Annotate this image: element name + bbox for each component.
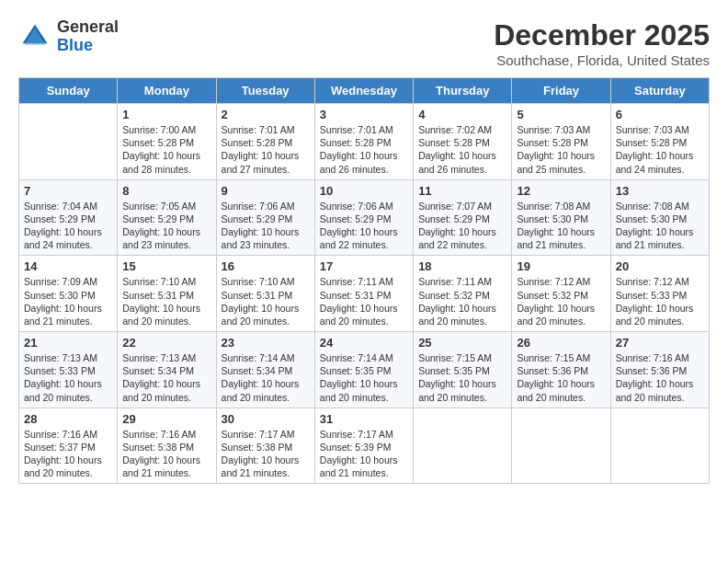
calendar-cell: 22Sunrise: 7:13 AMSunset: 5:34 PMDayligh…	[118, 332, 216, 408]
cell-info: Sunrise: 7:15 AMSunset: 5:35 PMDaylight:…	[418, 351, 506, 404]
day-header-saturday: Saturday	[610, 78, 709, 104]
date-number: 20	[616, 259, 704, 273]
cell-info: Sunrise: 7:07 AMSunset: 5:29 PMDaylight:…	[418, 200, 506, 252]
calendar-cell: 8Sunrise: 7:05 AMSunset: 5:29 PMDaylight…	[118, 179, 216, 256]
cell-info: Sunrise: 7:15 AMSunset: 5:36 PMDaylight:…	[517, 351, 605, 404]
date-number: 4	[418, 108, 506, 121]
calendar-table: SundayMondayTuesdayWednesdayThursdayFrid…	[18, 77, 710, 484]
calendar-cell: 4Sunrise: 7:02 AMSunset: 5:28 PMDaylight…	[414, 104, 512, 180]
date-number: 21	[24, 336, 112, 350]
logo-icon	[18, 20, 51, 53]
calendar-cell: 21Sunrise: 7:13 AMSunset: 5:33 PMDayligh…	[19, 332, 118, 408]
calendar-cell: 25Sunrise: 7:15 AMSunset: 5:35 PMDayligh…	[414, 332, 512, 408]
date-number: 13	[616, 184, 704, 198]
date-number: 5	[517, 108, 605, 121]
calendar-week-3: 14Sunrise: 7:09 AMSunset: 5:30 PMDayligh…	[19, 256, 710, 332]
calendar-cell: 27Sunrise: 7:16 AMSunset: 5:36 PMDayligh…	[610, 332, 709, 408]
cell-info: Sunrise: 7:08 AMSunset: 5:30 PMDaylight:…	[517, 200, 605, 252]
cell-info: Sunrise: 7:01 AMSunset: 5:28 PMDaylight:…	[320, 123, 408, 176]
date-number: 6	[616, 108, 704, 121]
cell-info: Sunrise: 7:06 AMSunset: 5:29 PMDaylight:…	[222, 200, 310, 252]
calendar-cell: 6Sunrise: 7:03 AMSunset: 5:28 PMDaylight…	[610, 104, 709, 180]
calendar-cell	[610, 408, 709, 484]
page-header: General Blue December 2025 Southchase, F…	[18, 18, 710, 68]
cell-info: Sunrise: 7:12 AMSunset: 5:33 PMDaylight:…	[616, 275, 704, 327]
calendar-cell	[512, 408, 610, 484]
month-title: December 2025	[494, 18, 710, 52]
date-number: 18	[418, 259, 506, 273]
calendar-cell: 11Sunrise: 7:07 AMSunset: 5:29 PMDayligh…	[414, 179, 512, 256]
date-number: 3	[320, 108, 408, 121]
date-number: 25	[418, 336, 506, 350]
calendar-cell: 30Sunrise: 7:17 AMSunset: 5:38 PMDayligh…	[216, 408, 314, 484]
date-number: 9	[222, 184, 310, 198]
calendar-cell: 5Sunrise: 7:03 AMSunset: 5:28 PMDaylight…	[512, 104, 610, 180]
calendar-cell: 19Sunrise: 7:12 AMSunset: 5:32 PMDayligh…	[512, 256, 610, 332]
calendar-cell: 24Sunrise: 7:14 AMSunset: 5:35 PMDayligh…	[314, 332, 413, 408]
date-number: 26	[517, 336, 605, 350]
calendar-week-1: 1Sunrise: 7:00 AMSunset: 5:28 PMDaylight…	[19, 104, 710, 180]
cell-info: Sunrise: 7:11 AMSunset: 5:32 PMDaylight:…	[418, 275, 506, 327]
calendar-cell: 9Sunrise: 7:06 AMSunset: 5:29 PMDaylight…	[216, 179, 314, 256]
date-number: 31	[320, 412, 408, 426]
cell-info: Sunrise: 7:06 AMSunset: 5:29 PMDaylight:…	[320, 200, 408, 252]
cell-info: Sunrise: 7:12 AMSunset: 5:32 PMDaylight:…	[517, 275, 605, 327]
date-number: 19	[517, 259, 605, 273]
date-number: 2	[222, 108, 310, 121]
calendar-cell	[414, 408, 512, 484]
day-header-friday: Friday	[512, 78, 610, 104]
cell-info: Sunrise: 7:03 AMSunset: 5:28 PMDaylight:…	[616, 123, 704, 176]
calendar-header-row: SundayMondayTuesdayWednesdayThursdayFrid…	[19, 78, 710, 104]
date-number: 15	[122, 259, 210, 273]
cell-info: Sunrise: 7:08 AMSunset: 5:30 PMDaylight:…	[616, 200, 704, 252]
date-number: 28	[24, 412, 112, 426]
calendar-cell: 16Sunrise: 7:10 AMSunset: 5:31 PMDayligh…	[216, 256, 314, 332]
title-block: December 2025 Southchase, Florida, Unite…	[494, 18, 710, 68]
date-number: 22	[122, 336, 210, 350]
cell-info: Sunrise: 7:14 AMSunset: 5:34 PMDaylight:…	[222, 351, 310, 404]
cell-info: Sunrise: 7:09 AMSunset: 5:30 PMDaylight:…	[24, 275, 112, 327]
day-header-thursday: Thursday	[414, 78, 512, 104]
date-number: 29	[122, 412, 210, 426]
date-number: 24	[320, 336, 408, 350]
day-header-monday: Monday	[118, 78, 216, 104]
cell-info: Sunrise: 7:10 AMSunset: 5:31 PMDaylight:…	[122, 275, 210, 327]
date-number: 14	[24, 259, 112, 273]
date-number: 1	[122, 108, 210, 121]
date-number: 30	[222, 412, 310, 426]
cell-info: Sunrise: 7:01 AMSunset: 5:28 PMDaylight:…	[222, 123, 310, 176]
day-header-tuesday: Tuesday	[216, 78, 314, 104]
calendar-cell: 13Sunrise: 7:08 AMSunset: 5:30 PMDayligh…	[610, 179, 709, 256]
cell-info: Sunrise: 7:16 AMSunset: 5:38 PMDaylight:…	[122, 428, 210, 480]
cell-info: Sunrise: 7:00 AMSunset: 5:28 PMDaylight:…	[122, 123, 210, 176]
cell-info: Sunrise: 7:17 AMSunset: 5:39 PMDaylight:…	[320, 428, 408, 480]
cell-info: Sunrise: 7:03 AMSunset: 5:28 PMDaylight:…	[517, 123, 605, 176]
calendar-week-2: 7Sunrise: 7:04 AMSunset: 5:29 PMDaylight…	[19, 179, 710, 256]
date-number: 8	[122, 184, 210, 198]
cell-info: Sunrise: 7:16 AMSunset: 5:36 PMDaylight:…	[616, 351, 704, 404]
date-number: 23	[222, 336, 310, 350]
calendar-cell: 17Sunrise: 7:11 AMSunset: 5:31 PMDayligh…	[314, 256, 413, 332]
calendar-week-4: 21Sunrise: 7:13 AMSunset: 5:33 PMDayligh…	[19, 332, 710, 408]
date-number: 16	[222, 259, 310, 273]
cell-info: Sunrise: 7:05 AMSunset: 5:29 PMDaylight:…	[122, 200, 210, 252]
calendar-cell: 18Sunrise: 7:11 AMSunset: 5:32 PMDayligh…	[414, 256, 512, 332]
cell-info: Sunrise: 7:11 AMSunset: 5:31 PMDaylight:…	[320, 275, 408, 327]
cell-info: Sunrise: 7:13 AMSunset: 5:34 PMDaylight:…	[122, 351, 210, 404]
date-number: 17	[320, 259, 408, 273]
calendar-cell: 2Sunrise: 7:01 AMSunset: 5:28 PMDaylight…	[216, 104, 314, 180]
date-number: 27	[616, 336, 704, 350]
date-number: 7	[24, 184, 112, 198]
calendar-cell: 3Sunrise: 7:01 AMSunset: 5:28 PMDaylight…	[314, 104, 413, 180]
calendar-cell: 31Sunrise: 7:17 AMSunset: 5:39 PMDayligh…	[314, 408, 413, 484]
calendar-cell: 14Sunrise: 7:09 AMSunset: 5:30 PMDayligh…	[19, 256, 118, 332]
calendar-cell: 28Sunrise: 7:16 AMSunset: 5:37 PMDayligh…	[19, 408, 118, 484]
calendar-week-5: 28Sunrise: 7:16 AMSunset: 5:37 PMDayligh…	[19, 408, 710, 484]
calendar-cell: 7Sunrise: 7:04 AMSunset: 5:29 PMDaylight…	[19, 179, 118, 256]
cell-info: Sunrise: 7:10 AMSunset: 5:31 PMDaylight:…	[222, 275, 310, 327]
day-header-sunday: Sunday	[19, 78, 118, 104]
cell-info: Sunrise: 7:02 AMSunset: 5:28 PMDaylight:…	[418, 123, 506, 176]
cell-info: Sunrise: 7:04 AMSunset: 5:29 PMDaylight:…	[24, 200, 112, 252]
calendar-cell: 15Sunrise: 7:10 AMSunset: 5:31 PMDayligh…	[118, 256, 216, 332]
calendar-cell: 10Sunrise: 7:06 AMSunset: 5:29 PMDayligh…	[314, 179, 413, 256]
